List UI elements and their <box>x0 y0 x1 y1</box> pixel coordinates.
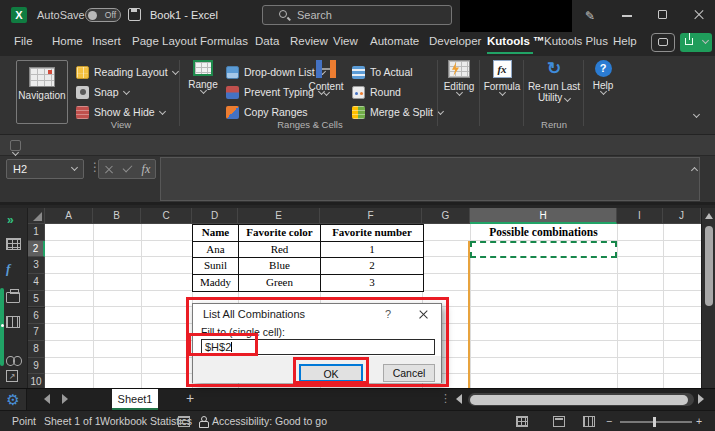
cell-e3[interactable]: Blue <box>239 258 321 275</box>
settings-gear-icon[interactable]: ⚙ <box>0 389 27 411</box>
reading-layout-button[interactable]: Reading Layout <box>76 64 178 80</box>
collapse-ribbon-icon[interactable] <box>693 111 700 118</box>
col-header-i[interactable]: I <box>617 208 663 224</box>
search-input[interactable]: Search <box>262 5 452 25</box>
formula-button[interactable]: fx Formula <box>483 60 521 124</box>
display-settings-icon[interactable] <box>178 416 190 427</box>
cell-e2[interactable]: Red <box>239 242 321 259</box>
row-header-4[interactable]: 4 <box>28 274 45 291</box>
add-sheet-icon[interactable]: + <box>186 390 194 406</box>
editing-button[interactable]: Editing <box>441 60 477 124</box>
scroll-right-icon[interactable] <box>698 394 704 404</box>
range-button[interactable]: Range <box>184 60 222 124</box>
col-header-g[interactable]: G <box>422 208 470 224</box>
tab-file[interactable]: File <box>14 35 33 47</box>
name-box[interactable]: H2 <box>6 159 84 179</box>
select-all-corner[interactable] <box>28 208 45 224</box>
row-header-6[interactable]: 6 <box>28 308 45 325</box>
normal-view-icon[interactable] <box>516 416 528 427</box>
tab-home[interactable]: Home <box>52 35 83 47</box>
page-break-view-icon[interactable] <box>583 416 595 427</box>
cell-f3[interactable]: 2 <box>321 258 424 275</box>
cell-d3[interactable]: Sunil <box>193 258 239 275</box>
copy-ranges-button[interactable]: Copy Ranges <box>226 104 308 120</box>
zoom-out-icon[interactable]: − <box>606 411 612 431</box>
zoom-in-icon[interactable]: + <box>696 411 702 431</box>
scroll-up-icon[interactable] <box>705 213 713 219</box>
col-header-b[interactable]: B <box>93 208 141 224</box>
tab-kutools[interactable]: Kutools ™ <box>487 35 545 47</box>
cell-e4[interactable]: Green <box>239 275 321 292</box>
share-button[interactable] <box>680 33 712 52</box>
previous-sheet-icon[interactable] <box>44 394 50 404</box>
zoom-slider-handle[interactable] <box>653 417 656 427</box>
cell-d2[interactable]: Ana <box>193 242 239 259</box>
col-header-h-selected[interactable]: H <box>470 208 617 224</box>
vertical-scrollbar[interactable] <box>701 208 715 391</box>
expand-pane-icon[interactable]: » <box>7 213 14 227</box>
accessibility-status[interactable]: Accessibility: Good to go <box>212 411 327 431</box>
autosave-toggle[interactable]: Off <box>85 8 121 22</box>
col-header-j[interactable]: J <box>663 208 701 224</box>
navigation-button[interactable]: Navigation <box>16 60 68 124</box>
column-list-icon[interactable] <box>6 316 20 328</box>
cell-d1[interactable]: Name <box>193 225 239 242</box>
next-sheet-icon[interactable] <box>62 394 68 404</box>
popout-icon[interactable]: ↗ <box>6 370 18 382</box>
help-button[interactable]: ? Help <box>587 60 619 124</box>
toolbar-collapse-icon[interactable] <box>10 140 21 151</box>
snapshot-icon[interactable] <box>6 292 20 303</box>
horizontal-scroll-thumb[interactable] <box>470 395 688 405</box>
save-icon[interactable] <box>128 8 141 21</box>
scroll-left-icon[interactable] <box>456 394 462 404</box>
cell-f2[interactable]: 1 <box>321 242 424 259</box>
insert-function-icon[interactable]: fx <box>142 162 151 177</box>
formula-input[interactable] <box>160 157 700 201</box>
cell-f1[interactable]: Favorite number <box>321 225 424 242</box>
more-options-icon[interactable]: ⋮ <box>440 392 451 405</box>
snap-button[interactable]: Snap <box>76 84 129 100</box>
pane-splitter-handle[interactable] <box>0 288 4 366</box>
worksheets-icon[interactable] <box>6 238 21 250</box>
round-button[interactable]: Round <box>352 84 401 100</box>
tab-kutools-plus[interactable]: Kutools Plus <box>544 35 608 47</box>
col-header-d[interactable]: D <box>192 208 238 224</box>
zoom-slider[interactable] <box>620 421 692 423</box>
cell-f4[interactable]: 3 <box>321 275 424 292</box>
horizontal-scrollbar[interactable] <box>468 393 694 406</box>
close-button[interactable] <box>684 0 714 30</box>
cell-h2-selection-marquee[interactable] <box>470 241 617 258</box>
col-header-e[interactable]: E <box>238 208 320 224</box>
tab-developer[interactable]: Developer <box>429 35 481 47</box>
find-replace-icon[interactable] <box>6 355 20 365</box>
row-header-5[interactable]: 5 <box>28 291 45 308</box>
cell-d4[interactable]: Maddy <box>193 275 239 292</box>
row-header-7[interactable]: 7 <box>28 324 45 341</box>
col-header-a[interactable]: A <box>45 208 93 224</box>
tab-page-layout[interactable]: Page Layout <box>132 35 197 47</box>
col-header-c[interactable]: C <box>141 208 192 224</box>
tab-data[interactable]: Data <box>255 35 279 47</box>
minimize-button[interactable] <box>612 0 642 30</box>
row-header-2-selected[interactable]: 2 <box>28 241 45 258</box>
cancel-entry-icon[interactable] <box>104 164 114 174</box>
ribbon-display-options-button[interactable]: ✎ <box>575 0 605 30</box>
row-header-8[interactable]: 8 <box>28 341 45 358</box>
maximize-button[interactable] <box>648 0 678 30</box>
tab-insert[interactable]: Insert <box>92 35 121 47</box>
page-layout-view-icon[interactable] <box>553 416 565 427</box>
show-hide-button[interactable]: Show & Hide <box>76 104 165 120</box>
sheet-tab-sheet1[interactable]: Sheet1 <box>112 389 158 411</box>
tab-automate[interactable]: Automate <box>370 35 419 47</box>
tab-view[interactable]: View <box>333 35 358 47</box>
row-header-1[interactable]: 1 <box>28 224 45 241</box>
comments-button[interactable] <box>651 33 675 52</box>
tab-help[interactable]: Help <box>613 35 637 47</box>
autotext-icon[interactable]: f <box>6 261 10 277</box>
tab-formulas[interactable]: Formulas <box>200 35 248 47</box>
cell-h1[interactable]: Possible combinations <box>470 224 617 240</box>
tab-review[interactable]: Review <box>290 35 328 47</box>
row-header-3[interactable]: 3 <box>28 257 45 274</box>
content-button[interactable]: Content <box>306 60 346 124</box>
row-header-9[interactable]: 9 <box>28 358 45 375</box>
